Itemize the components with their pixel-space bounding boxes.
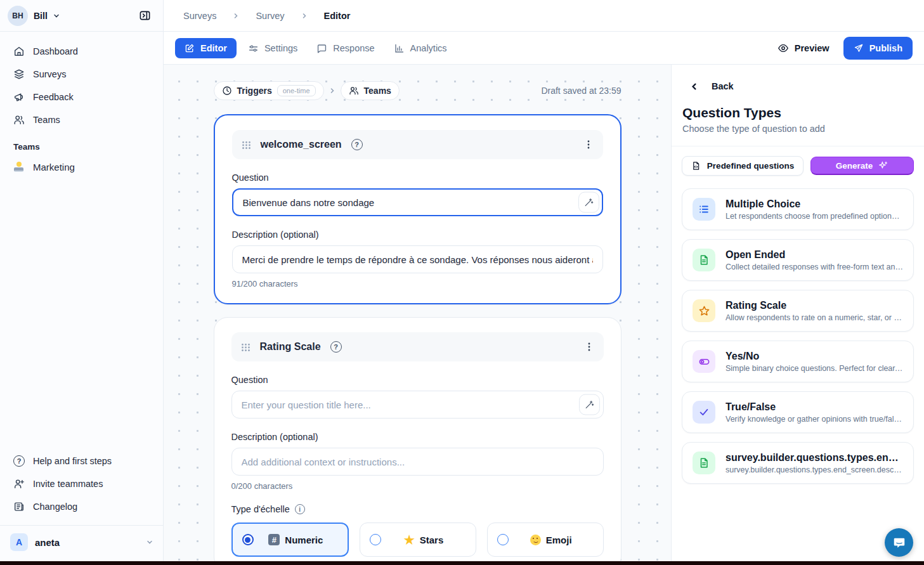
workspace-name: Bill (34, 11, 48, 21)
publish-label: Publish (869, 43, 902, 53)
question-label: Question (231, 375, 604, 385)
sidebar-item-label: Dashboard (33, 46, 78, 56)
question-type-open-ended[interactable]: Open Ended Collect detailed responses wi… (682, 239, 914, 281)
tab-label: Settings (264, 43, 297, 53)
scale-option-emoji[interactable]: Emoji (487, 523, 604, 557)
smiley-emoji (530, 535, 541, 545)
sidebar-item-changelog[interactable]: Changelog (6, 496, 157, 517)
draft-status: Draft saved at 23:59 (541, 86, 621, 96)
tab-settings[interactable]: Settings (248, 43, 297, 54)
window-edge-bar (0, 561, 924, 565)
question-type-description: survey.builder.questions.types.end_scree… (726, 465, 903, 474)
account-menu[interactable]: A aneta (0, 526, 163, 561)
sidebar-item-teams[interactable]: Teams (6, 109, 157, 131)
help-circle-icon[interactable]: ? (330, 341, 342, 353)
kebab-menu-icon (583, 140, 594, 150)
scale-option-numeric[interactable]: # Numeric (231, 523, 349, 557)
sidebar-item-label: Help and first steps (33, 456, 112, 466)
tab-analytics[interactable]: Analytics (394, 43, 447, 54)
account-name: aneta (35, 537, 60, 548)
question-type-true-false[interactable]: True/False Verify knowledge or gather op… (682, 391, 914, 433)
question-card-rating-scale[interactable]: Rating Scale ? Question Description (opt… (214, 317, 621, 561)
question-type-title: True/False (726, 401, 903, 413)
description-input[interactable] (231, 448, 604, 476)
message-icon (316, 43, 327, 54)
predefined-questions-button[interactable]: Predefined questions (682, 156, 804, 176)
scale-option-stars[interactable]: ★ Stars (360, 523, 476, 557)
sidebar-item-label: Changelog (33, 502, 77, 512)
technologist-emoji (13, 162, 24, 172)
sidebar-item-invite-teammates[interactable]: Invite teammates (6, 473, 157, 495)
megaphone-icon (13, 91, 25, 103)
radio-icon (370, 534, 381, 545)
triggers-label: Triggers (237, 86, 272, 96)
magic-wand-button[interactable] (579, 394, 600, 415)
breadcrumb-editor[interactable]: Editor (324, 11, 351, 21)
workspace-switcher[interactable]: BH Bill (0, 0, 163, 32)
tab-response[interactable]: Response (316, 43, 374, 54)
info-icon[interactable]: i (295, 504, 305, 514)
question-type-yes-no[interactable]: Yes/No Simple binary choice questions. P… (682, 341, 914, 382)
question-type-list: Multiple Choice Let respondents choose f… (672, 183, 924, 489)
magic-wand-icon (583, 197, 594, 207)
description-label: Description (optional) (231, 432, 604, 442)
tab-label: Editor (200, 43, 227, 53)
help-circle-icon: ? (13, 455, 25, 467)
description-input[interactable] (232, 245, 603, 273)
teams-pill[interactable]: Teams (341, 81, 400, 100)
home-icon (13, 46, 25, 57)
question-type-description: Verify knowledge or gather opinions with… (726, 415, 903, 424)
generate-label: Generate (836, 161, 873, 171)
chevron-right-icon (329, 88, 335, 94)
chevron-left-icon (690, 82, 698, 91)
card-menu-button[interactable] (584, 342, 594, 352)
tab-editor[interactable]: Editor (175, 38, 237, 58)
triggers-pill[interactable]: Triggers one-time (214, 81, 324, 100)
question-card-welcome-screen[interactable]: welcome_screen ? Question Description (o… (214, 114, 621, 304)
users-icon (349, 86, 359, 96)
breadcrumb-survey[interactable]: Survey (256, 11, 284, 21)
back-button[interactable]: Back (672, 65, 924, 91)
question-type-end-screen[interactable]: survey.builder.questions.types.end_scr..… (682, 442, 914, 484)
drag-handle-icon[interactable] (241, 343, 251, 351)
sidebar-footer-nav: ? Help and first steps Invite teammates … (0, 445, 163, 520)
question-type-title: Yes/No (726, 351, 903, 362)
preview-label: Preview (795, 43, 830, 53)
document-icon (698, 457, 710, 469)
char-count: 91/200 characters (232, 279, 603, 289)
document-icon (698, 254, 710, 266)
chat-widget-button[interactable] (885, 528, 913, 557)
card-menu-button[interactable] (583, 140, 594, 150)
help-circle-icon[interactable]: ? (351, 139, 363, 150)
preview-button[interactable]: Preview (778, 42, 830, 54)
sidebar-collapse-button[interactable] (134, 5, 155, 27)
scale-option-label: Emoji (546, 535, 572, 545)
sparkles-icon (878, 160, 888, 171)
publish-button[interactable]: Publish (843, 37, 913, 60)
breadcrumb-bar: Surveys Survey Editor (164, 0, 924, 32)
sidebar-item-surveys[interactable]: Surveys (6, 63, 157, 85)
question-type-description: Simple binary choice questions. Perfect … (726, 364, 903, 373)
generate-button[interactable]: Generate (810, 157, 914, 175)
question-input[interactable] (232, 188, 603, 216)
sidebar-item-dashboard[interactable]: Dashboard (6, 41, 157, 62)
sidebar-item-label: Feedback (33, 92, 74, 102)
question-type-description: Allow respondents to rate on a numeric, … (726, 313, 903, 322)
breadcrumb-surveys[interactable]: Surveys (183, 11, 216, 21)
drag-handle-icon[interactable] (242, 141, 251, 149)
user-plus-icon (13, 478, 25, 490)
magic-wand-button[interactable] (578, 192, 599, 213)
sidebar-item-feedback[interactable]: Feedback (6, 86, 157, 108)
description-label: Description (optional) (232, 230, 603, 240)
layers-icon (13, 68, 25, 80)
question-input[interactable] (231, 391, 604, 419)
tab-label: Response (333, 43, 374, 53)
sidebar-item-label: Teams (33, 115, 60, 125)
scale-option-label: Stars (420, 535, 444, 545)
sidebar-team-marketing[interactable]: Marketing (0, 155, 163, 178)
sidebar-item-help[interactable]: ? Help and first steps (6, 450, 157, 472)
list-icon (698, 204, 710, 215)
question-type-rating-scale[interactable]: Rating Scale Allow respondents to rate o… (682, 290, 914, 332)
question-type-multiple-choice[interactable]: Multiple Choice Let respondents choose f… (682, 188, 914, 230)
sliders-icon (248, 43, 259, 54)
